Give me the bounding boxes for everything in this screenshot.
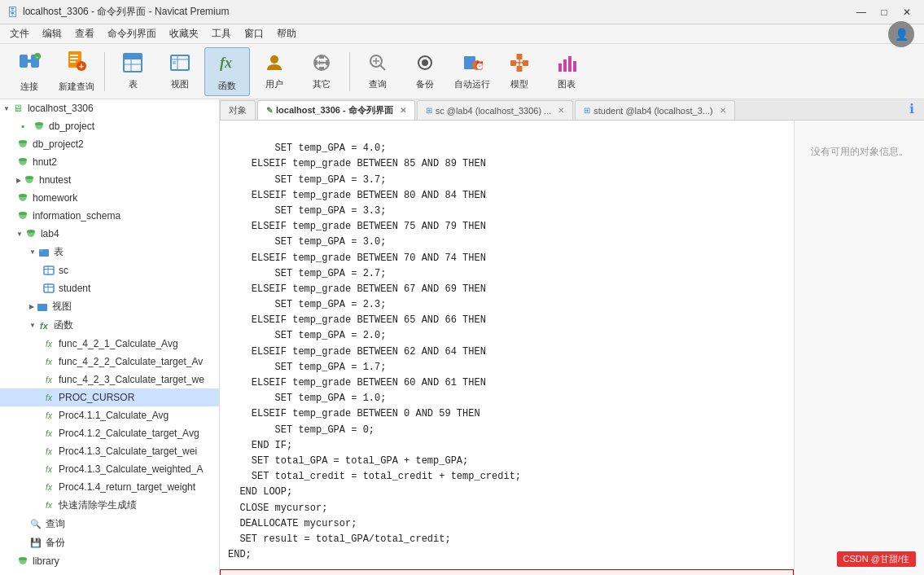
sidebar-item-proc-4-1-2[interactable]: fx Proc4.1.2_Calculate_target_Avg [0,424,219,442]
user-label: 用户 [265,78,283,90]
model-label: 模型 [510,78,528,90]
minimize-button[interactable]: — [851,4,872,20]
maximize-button[interactable]: □ [874,4,895,20]
sidebar-item-proc-4-1-4[interactable]: fx Proc4.1.4_return_target_weight [0,478,219,496]
function-label: 函数 [218,80,236,92]
sidebar-label: Proc4.1.1_Calculate_Avg [59,410,169,421]
toolbar-model[interactable]: 模型 [497,47,542,96]
close-button[interactable]: ✕ [896,4,917,20]
sidebar-item-mysql[interactable]: mysql [0,570,219,575]
sidebar-label: db_project2 [33,138,84,150]
db-icon [24,227,37,240]
info-button[interactable]: ℹ [906,99,924,120]
toolbar-autorun[interactable]: ⏰ 自动运行 [449,47,495,96]
toolbar-new-query[interactable]: + 新建查询 [54,47,99,96]
sidebar-label: 视图 [52,300,72,314]
toolbar-other[interactable]: 其它 [299,47,344,96]
sidebar-item-label: localhost_3306 [28,103,94,114]
sidebar-item-query-folder[interactable]: 🔍 查询 [0,515,219,533]
user-avatar[interactable]: 👤 [888,21,914,47]
code-editor[interactable]: SET temp_GPA = 4.0; ELSEIF temp_grade BE… [220,121,794,568]
sidebar-item-proc-4-1-1[interactable]: fx Proc4.1.1_Calculate_Avg [0,406,219,424]
func-icon: fx [42,445,55,458]
sidebar-label: hnut2 [33,156,57,168]
toolbar-backup[interactable]: 备份 [402,47,448,96]
sidebar-item-views-folder[interactable]: ▶ 视图 [0,297,219,316]
chart-icon [556,52,577,75]
cmdline-icon: ✎ [266,106,273,115]
db-icon [16,156,29,169]
window-title: localhost_3306 - 命令列界面 - Navicat Premium [23,5,851,19]
sidebar-item-hnutest[interactable]: ▶ hnutest [0,171,219,189]
tab-student[interactable]: ⊞ student @lab4 (localhost_3...) ✕ [575,100,734,120]
table-label: 表 [129,78,138,90]
sidebar-item-func-4-2-2[interactable]: fx func_4_2_2_Calculate_target_Av [0,353,219,371]
sidebar-item-proc-4-1-3b[interactable]: fx Proc4.1.3_Calculate_weighted_A [0,460,219,478]
sidebar-label: Proc4.1.4_return_target_weight [59,481,195,493]
menu-cmdline[interactable]: 命令列界面 [101,24,163,43]
toolbar-function[interactable]: fx 函数 [204,47,250,96]
sidebar-item-backup-folder[interactable]: 💾 备份 [0,533,219,552]
func-icon: fx [42,427,55,440]
svg-rect-25 [314,60,317,65]
svg-line-28 [380,65,385,70]
toolbar-connect[interactable]: + 连接 [7,47,52,96]
sidebar-item-func-4-2-3[interactable]: fx func_4_2_3_Calculate_target_we [0,371,219,388]
toolbar-table[interactable]: 表 [110,47,155,96]
sidebar-item-clean-grades[interactable]: fx 快速清除学生成绩 [0,496,219,515]
menu-window[interactable]: 窗口 [238,24,270,43]
tab-cmdline[interactable]: ✎ localhost_3306 - 命令列界面 ✕ [257,100,415,120]
toolbar-view[interactable]: 视图 [157,47,203,96]
menu-edit[interactable]: 编辑 [36,24,68,43]
toolbar-user[interactable]: 用户 [252,47,297,96]
menu-view[interactable]: 查看 [68,24,101,43]
sidebar-item-library[interactable]: library [0,552,219,570]
func-icon: fx [42,355,55,368]
query-folder-icon: 🔍 [29,518,42,531]
sidebar-item-hnut2[interactable]: hnut2 [0,153,219,171]
tab-label: localhost_3306 - 命令列界面 [276,104,393,116]
sidebar-item-funcs-folder[interactable]: ▼ fx 函数 [0,316,219,335]
toolbar-chart[interactable]: 图表 [544,47,589,96]
svg-rect-43 [563,59,567,72]
query-icon [367,52,388,75]
sidebar-item-db-project[interactable]: ▪ db_project [0,117,219,135]
sidebar: ▼ 🖥 localhost_3306 ▪ db_project db_proje… [0,99,220,575]
backup-folder-icon: 💾 [29,537,42,550]
sidebar-item-proc-4-1-3a[interactable]: fx Proc4.1.3_Calculate_target_wei [0,442,219,460]
expand-icon: ▼ [29,248,36,256]
tab-close-icon3[interactable]: ✕ [720,106,726,115]
svg-rect-32 [422,59,428,66]
sidebar-item-sc[interactable]: sc [0,261,219,279]
func-icon: fx [42,373,55,386]
toolbar-query[interactable]: 查询 [355,47,401,96]
sidebar-label: student [59,283,90,294]
menu-file[interactable]: 文件 [3,24,36,43]
tab-object[interactable]: 对象 [220,100,256,120]
menu-help[interactable]: 帮助 [270,24,303,43]
svg-text:+: + [36,55,39,59]
tab-sc[interactable]: ⊞ sc @lab4 (localhost_3306) ... ✕ [417,100,574,120]
sidebar-item-func-4-2-1[interactable]: fx func_4_2_1_Calculate_Avg [0,335,219,353]
model-icon [509,52,530,75]
sidebar-item-lab4[interactable]: ▼ lab4 [0,225,219,243]
sidebar-label: library [33,555,59,567]
csdn-badge: CSDN @甘甜/住 [837,551,916,567]
sidebar-item-db-project2[interactable]: db_project2 [0,135,219,153]
info-icon[interactable]: ℹ [906,99,917,120]
editor-scroll[interactable]: SET temp_GPA = 4.0; ELSEIF temp_grade BE… [220,121,794,575]
expand-icon: ▶ [16,177,21,184]
sidebar-item-homework[interactable]: homework [0,189,219,207]
sidebar-item-info-schema[interactable]: information_schema [0,207,219,225]
sidebar-item-tables-folder[interactable]: ▼ 表 [0,243,219,261]
expand-icon: ▶ [29,303,34,310]
menu-tools[interactable]: 工具 [205,24,238,43]
sidebar-item-student[interactable]: student [0,279,219,297]
new-query-icon: + [65,50,88,77]
menu-favorites[interactable]: 收藏夹 [163,24,205,43]
sidebar-item-proc-cursor[interactable]: fx PROC_CURSOR [0,388,219,406]
tab-close-icon[interactable]: ✕ [400,106,406,115]
tab-close-icon2[interactable]: ✕ [558,106,564,115]
svg-rect-24 [319,67,324,70]
sidebar-item-localhost[interactable]: ▼ 🖥 localhost_3306 [0,99,219,117]
